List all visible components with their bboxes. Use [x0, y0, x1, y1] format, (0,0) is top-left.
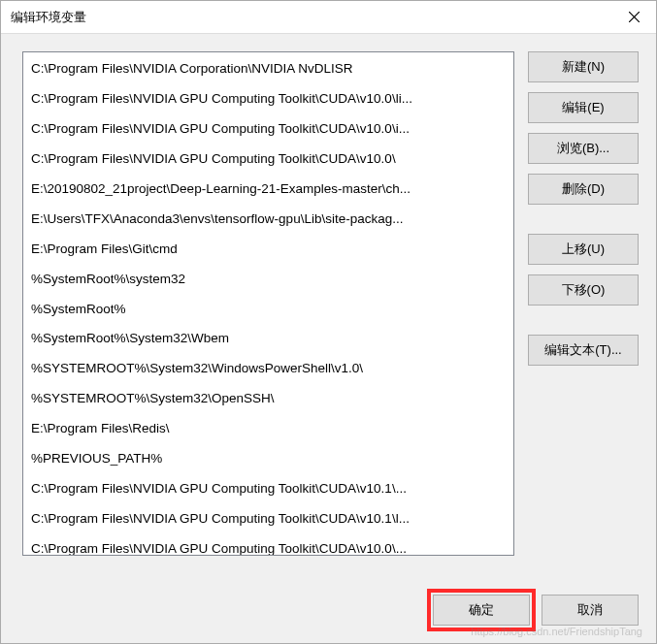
list-item[interactable]: E:\20190802_21project\Deep-Learning-21-E… — [23, 175, 513, 205]
close-button[interactable] — [611, 1, 656, 34]
list-item[interactable]: %SYSTEMROOT%\System32\OpenSSH\ — [23, 384, 513, 414]
list-item[interactable]: C:\Program Files\NVIDIA GPU Computing To… — [23, 504, 513, 534]
dialog-body: C:\Program Files\NVIDIA Corporation\NVID… — [1, 34, 656, 587]
list-item[interactable]: C:\Program Files\NVIDIA Corporation\NVID… — [23, 54, 513, 84]
move-up-button[interactable]: 上移(U) — [528, 234, 639, 265]
window-title: 编辑环境变量 — [11, 9, 86, 26]
close-icon — [629, 12, 640, 22]
list-item[interactable]: %SystemRoot%\System32\Wbem — [23, 324, 513, 354]
dialog-footer: 确定 取消 — [1, 587, 656, 643]
browse-button[interactable]: 浏览(B)... — [528, 133, 639, 164]
ok-button[interactable]: 确定 — [433, 595, 530, 626]
list-item[interactable]: %SystemRoot% — [23, 295, 513, 325]
list-item[interactable]: C:\Program Files\NVIDIA GPU Computing To… — [23, 474, 513, 504]
list-item[interactable]: E:\Program Files\Redis\ — [23, 414, 513, 444]
delete-button[interactable]: 删除(D) — [528, 174, 639, 205]
list-item[interactable]: C:\Program Files\NVIDIA GPU Computing To… — [23, 84, 513, 114]
list-item[interactable]: E:\Users\TFX\Anaconda3\envs\tensorflow-g… — [23, 205, 513, 235]
titlebar: 编辑环境变量 — [1, 1, 656, 34]
cancel-button[interactable]: 取消 — [542, 595, 639, 626]
list-item[interactable]: E:\Program Files\Git\cmd — [23, 235, 513, 265]
path-listbox[interactable]: C:\Program Files\NVIDIA Corporation\NVID… — [22, 51, 514, 556]
list-item[interactable]: C:\Program Files\NVIDIA GPU Computing To… — [23, 114, 513, 145]
list-container: C:\Program Files\NVIDIA Corporation\NVID… — [22, 51, 514, 575]
list-item[interactable]: %SYSTEMROOT%\System32\WindowsPowerShell\… — [23, 354, 513, 384]
new-button[interactable]: 新建(N) — [528, 51, 639, 82]
list-item[interactable]: %SystemRoot%\system32 — [23, 265, 513, 295]
list-item[interactable]: %PREVIOUS_PATH% — [23, 444, 513, 474]
env-var-dialog: 编辑环境变量 C:\Program Files\NVIDIA Corporati… — [0, 0, 657, 644]
move-down-button[interactable]: 下移(O) — [528, 274, 639, 306]
edit-text-button[interactable]: 编辑文本(T)... — [528, 335, 639, 366]
edit-button[interactable]: 编辑(E) — [528, 92, 639, 123]
sidebar-buttons: 新建(N) 编辑(E) 浏览(B)... 删除(D) 上移(U) 下移(O) 编… — [528, 51, 639, 575]
list-item[interactable]: C:\Program Files\NVIDIA GPU Computing To… — [23, 145, 513, 175]
list-item[interactable]: C:\Program Files\NVIDIA GPU Computing To… — [23, 534, 513, 556]
